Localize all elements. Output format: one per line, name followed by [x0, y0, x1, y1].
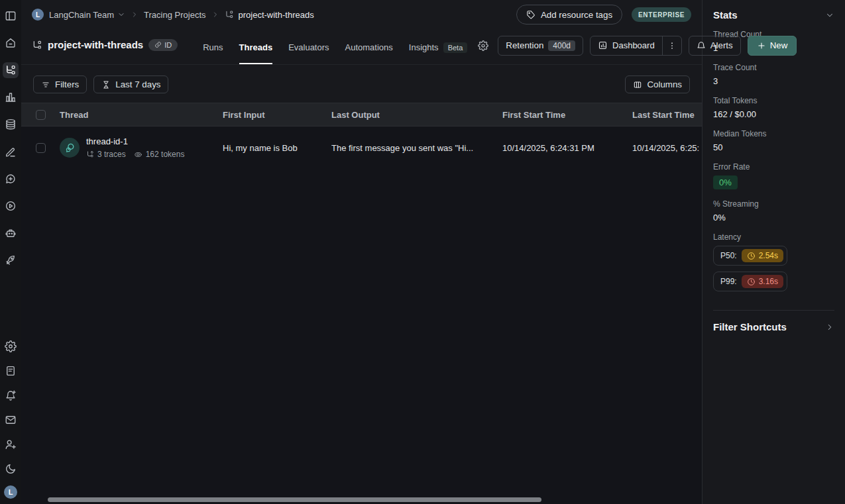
- tag-icon: [526, 10, 535, 19]
- dashboard-icon: [598, 40, 608, 50]
- column-header-thread[interactable]: Thread: [60, 110, 223, 120]
- columns-icon: [633, 80, 642, 89]
- stat-error-rate: Error Rate 0%: [713, 162, 834, 189]
- stats-header[interactable]: Stats: [713, 9, 834, 21]
- column-header-last-start-time[interactable]: Last Start Time: [632, 110, 702, 120]
- tracing-projects-icon[interactable]: [3, 62, 19, 78]
- invite-user-icon[interactable]: [3, 436, 19, 452]
- latency-p99-chip[interactable]: P99: 3.16s: [713, 272, 787, 291]
- stat-median-tokens: Median Tokens 50: [713, 129, 834, 152]
- add-resource-tags-button[interactable]: Add resource tags: [516, 5, 622, 25]
- select-all-checkbox[interactable]: [36, 110, 46, 120]
- tab-evaluators[interactable]: Evaluators: [288, 29, 329, 64]
- error-rate-badge: 0%: [713, 176, 738, 189]
- last-start-time-cell: 10/14/2025, 6:25:: [632, 143, 699, 153]
- column-header-first-input[interactable]: First Input: [223, 110, 331, 120]
- breadcrumb-separator-icon: [211, 11, 219, 19]
- org-avatar[interactable]: L: [32, 9, 44, 21]
- playground-icon[interactable]: [3, 198, 19, 214]
- retention-button[interactable]: Retention 400d: [498, 36, 583, 56]
- stats-panel: Stats Thread Count 1 Trace Count 3 Total…: [702, 0, 845, 504]
- notifications-icon[interactable]: [3, 387, 19, 403]
- filter-icon: [41, 80, 50, 89]
- monitoring-icon[interactable]: [3, 89, 19, 105]
- bell-icon: [697, 41, 706, 50]
- project-tree-icon: [32, 40, 42, 50]
- token-count-meta: 162 tokens: [134, 150, 185, 159]
- settings-icon[interactable]: [3, 338, 19, 354]
- new-label: New: [770, 40, 788, 50]
- trace-tree-icon: [86, 150, 94, 158]
- project-tree-icon: [225, 10, 234, 19]
- breadcrumb-project-name: project-with-threads: [239, 10, 314, 20]
- stat-latency: Latency P50: 2.54s P99: 3.16s: [713, 232, 834, 297]
- tab-automations[interactable]: Automations: [345, 29, 393, 64]
- filters-label: Filters: [55, 79, 79, 89]
- column-header-first-start-time[interactable]: First Start Time: [502, 110, 632, 120]
- beta-badge: Beta: [443, 42, 468, 53]
- user-avatar[interactable]: L: [4, 485, 17, 499]
- alerts-button[interactable]: Alerts: [689, 36, 741, 56]
- breadcrumb: L LangChain Team Tracing Projects projec…: [21, 0, 702, 29]
- latency-p99-badge: 3.16s: [742, 275, 783, 288]
- docs-icon[interactable]: [3, 363, 19, 379]
- project-settings-icon[interactable]: [475, 38, 491, 54]
- org-name: LangChain Team: [49, 10, 114, 20]
- plan-badge: ENTERPRISE: [632, 7, 691, 22]
- prompts-icon[interactable]: [3, 171, 19, 187]
- tab-runs[interactable]: Runs: [203, 29, 223, 64]
- thread-avatar: [60, 138, 80, 158]
- stat-total-tokens: Total Tokens 162 / $0.00: [713, 96, 834, 119]
- dashboard-button[interactable]: Dashboard: [591, 36, 662, 55]
- theme-toggle-icon[interactable]: [3, 461, 19, 477]
- dashboard-button-group: Dashboard: [590, 36, 682, 56]
- thread-name: thread-id-1: [86, 136, 184, 146]
- page-title: project-with-threads: [48, 39, 143, 50]
- first-start-time-cell: 10/14/2025, 6:24:31 PM: [502, 143, 594, 153]
- new-button[interactable]: New: [748, 36, 797, 56]
- tab-threads[interactable]: Threads: [239, 29, 273, 64]
- breadcrumb-separator-icon: [131, 11, 139, 19]
- alerts-label: Alerts: [710, 40, 733, 50]
- plus-icon: [757, 41, 766, 50]
- filters-button[interactable]: Filters: [33, 76, 87, 93]
- dashboard-label: Dashboard: [612, 40, 655, 50]
- annotations-icon[interactable]: [3, 144, 19, 160]
- breadcrumb-tracing-projects[interactable]: Tracing Projects: [144, 10, 205, 20]
- chat-bubbles-icon: [64, 142, 76, 154]
- first-input-cell: Hi, my name is Bob: [223, 143, 298, 153]
- datasets-icon[interactable]: [3, 117, 19, 132]
- add-resource-tags-label: Add resource tags: [541, 10, 612, 20]
- retention-label: Retention: [506, 40, 543, 50]
- table-row[interactable]: thread-id-1 3 traces 162 tokens: [21, 126, 702, 169]
- trace-count-meta: 3 traces: [86, 150, 126, 159]
- dashboard-more-button[interactable]: [662, 36, 681, 55]
- agents-icon[interactable]: [3, 225, 19, 241]
- latency-p50-badge: 2.54s: [742, 249, 783, 262]
- time-range-button[interactable]: Last 7 days: [93, 76, 168, 93]
- chevron-right-icon: [825, 323, 834, 332]
- filter-row: Filters Last 7 days Columns: [21, 65, 702, 103]
- row-checkbox[interactable]: [36, 143, 46, 153]
- horizontal-scrollbar[interactable]: [48, 497, 541, 502]
- home-icon[interactable]: [3, 35, 19, 51]
- latency-p50-chip[interactable]: P50: 2.54s: [713, 246, 787, 266]
- breadcrumb-project[interactable]: project-with-threads: [225, 10, 314, 20]
- threads-table: Thread First Input Last Output First Sta…: [21, 103, 702, 504]
- columns-label: Columns: [647, 79, 682, 89]
- column-header-last-output[interactable]: Last Output: [331, 110, 502, 120]
- stat-streaming: % Streaming 0%: [713, 199, 834, 223]
- tab-bar: Runs Threads Evaluators Automations Insi…: [195, 29, 475, 64]
- mail-icon[interactable]: [3, 412, 19, 428]
- tab-insights[interactable]: Insights Beta: [409, 29, 467, 64]
- token-coin-icon: [134, 150, 142, 159]
- org-switcher[interactable]: LangChain Team: [49, 10, 125, 20]
- copy-id-badge[interactable]: ID: [148, 39, 178, 51]
- left-sidebar: L: [0, 0, 21, 504]
- deployments-icon[interactable]: [3, 252, 19, 268]
- clock-icon: [747, 277, 756, 286]
- sidebar-toggle-icon[interactable]: [3, 8, 19, 24]
- columns-button[interactable]: Columns: [625, 76, 690, 93]
- clock-icon: [747, 252, 756, 260]
- filter-shortcuts-header[interactable]: Filter Shortcuts: [713, 310, 834, 332]
